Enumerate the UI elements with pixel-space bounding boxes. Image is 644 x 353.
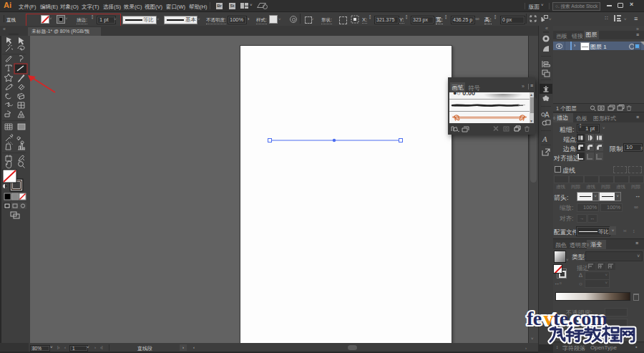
svg-text:A: A — [545, 111, 550, 119]
svg-text:A: A — [542, 135, 547, 143]
